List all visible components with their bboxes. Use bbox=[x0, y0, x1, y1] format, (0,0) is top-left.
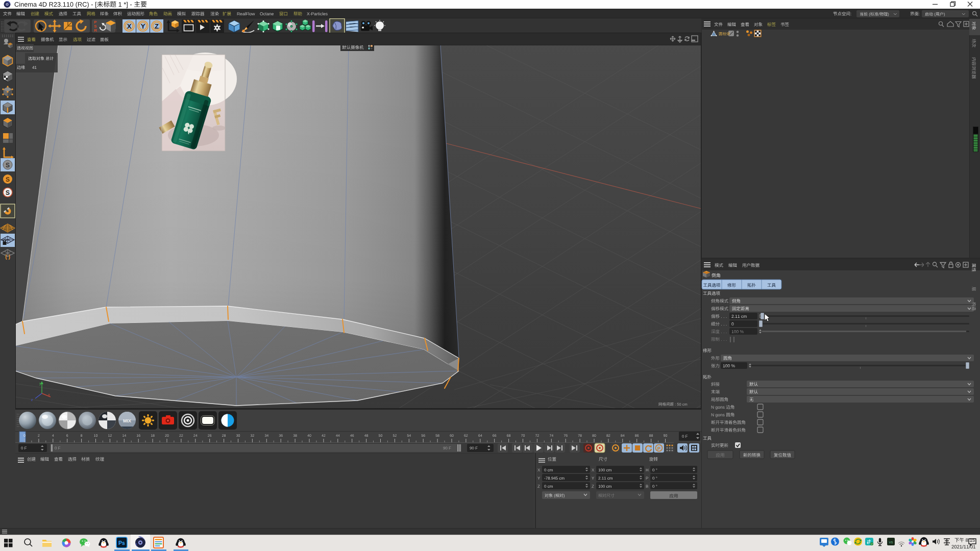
svg-text:S: S bbox=[6, 176, 10, 183]
svg-text:Y: Y bbox=[141, 22, 145, 30]
svg-text:S: S bbox=[6, 162, 10, 169]
svg-text:R: R bbox=[94, 28, 97, 33]
svg-text:Ps: Ps bbox=[118, 540, 125, 546]
svg-text:x: x bbox=[48, 393, 50, 396]
svg-text:S: S bbox=[6, 189, 10, 196]
svg-text:y: y bbox=[39, 382, 41, 386]
svg-text:P: P bbox=[657, 446, 660, 451]
svg-text:z: z bbox=[31, 398, 33, 402]
svg-text:Z: Z bbox=[155, 22, 159, 30]
svg-text:MIX: MIX bbox=[123, 418, 131, 423]
svg-text:vs: vs bbox=[889, 540, 893, 544]
svg-text:( ): ( ) bbox=[5, 254, 10, 260]
svg-text:X: X bbox=[127, 22, 132, 30]
